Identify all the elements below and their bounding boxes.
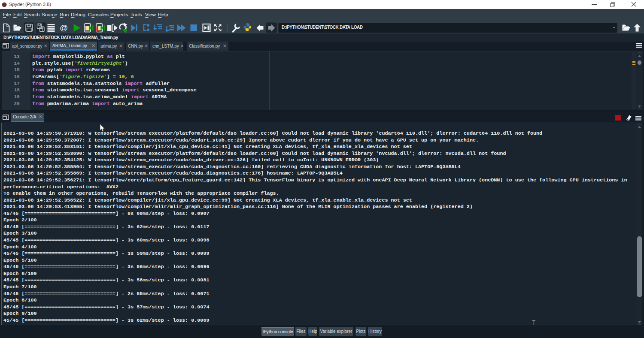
svg-text:@: @ xyxy=(60,23,68,32)
